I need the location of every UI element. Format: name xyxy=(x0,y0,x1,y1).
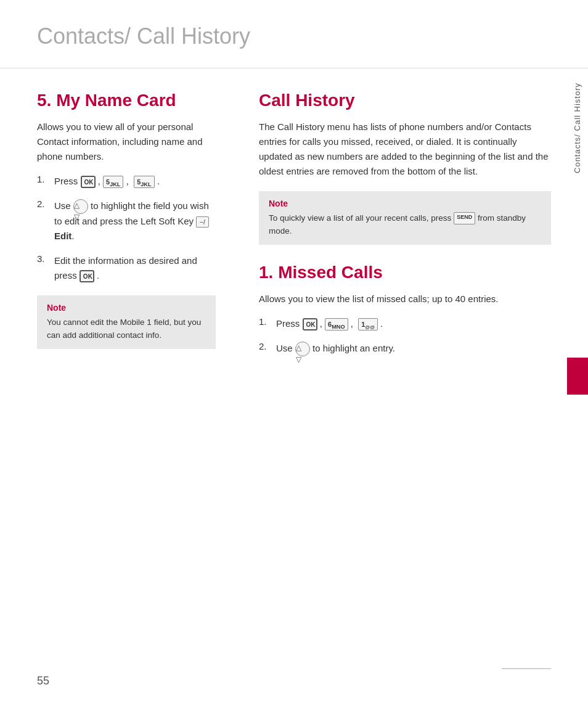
step-3-num: 3. xyxy=(37,253,51,264)
send-key: SEND xyxy=(454,212,475,224)
left-column: 5. My Name Card Allows you to view all o… xyxy=(0,68,240,388)
right-column: Call History The Call History menu has l… xyxy=(240,68,588,388)
step-2: 2. Use △▽ to highlight the field you wis… xyxy=(37,199,216,244)
missed-step-2: 2. Use △▽ to highlight an entry. xyxy=(259,341,551,356)
right-note-text: To quickly view a list of all your recen… xyxy=(269,212,541,238)
left-note-box: Note You cannot edit the Mobile 1 field,… xyxy=(37,295,216,350)
step-3: 3. Edit the information as desired and p… xyxy=(37,253,216,283)
missed-calls-heading: 1. Missed Calls xyxy=(259,262,551,283)
step-1: 1. Press OK , 5JKL , 5JKL . xyxy=(37,174,216,189)
missed-step-1-text: Press OK , 6MNO , 1@@ . xyxy=(276,316,383,331)
key-6mno: 6MNO xyxy=(325,318,348,330)
left-note-label: Note xyxy=(47,303,206,313)
bottom-rule xyxy=(502,668,551,669)
page: Contacts/ Call History 5. My Name Card A… xyxy=(0,0,588,706)
page-title: Contacts/ Call History xyxy=(0,0,588,68)
nav-key-2: △▽ xyxy=(295,342,310,356)
step-2-num: 2. xyxy=(37,199,51,209)
ok-key-2: OK xyxy=(80,270,94,282)
missed-step-1: 1. Press OK , 6MNO , 1@@ . xyxy=(259,316,551,331)
step-3-text: Edit the information as desired and pres… xyxy=(54,253,216,283)
missed-calls-description: Allows you to view the list of missed ca… xyxy=(259,292,551,306)
left-note-text: You cannot edit the Mobile 1 field, but … xyxy=(47,316,206,342)
side-tab-text: Contacts/ Call History xyxy=(573,74,583,182)
my-name-card-heading: 5. My Name Card xyxy=(37,90,216,111)
missed-step-2-num: 2. xyxy=(259,341,272,351)
side-tab-bar xyxy=(567,358,588,395)
soft-key-edit: −/ xyxy=(196,216,209,228)
call-history-heading: Call History xyxy=(259,90,551,111)
step-1-text: Press OK , 5JKL , 5JKL . xyxy=(54,174,160,189)
ok-key-1: OK xyxy=(81,176,96,188)
right-note-box: Note To quickly view a list of all your … xyxy=(259,191,551,245)
missed-step-2-text: Use △▽ to highlight an entry. xyxy=(276,341,395,356)
call-history-description: The Call History menu has lists of phone… xyxy=(259,120,551,179)
page-number: 55 xyxy=(37,675,49,688)
key-5jkl-2: 5JKL xyxy=(134,176,154,188)
my-name-card-description: Allows you to view all of your personal … xyxy=(37,120,216,164)
nav-key-1: △▽ xyxy=(73,199,88,214)
side-tab-container: Contacts/ Call History xyxy=(567,74,588,358)
right-note-label: Note xyxy=(269,199,541,208)
ok-key-3: OK xyxy=(303,318,317,330)
missed-step-1-num: 1. xyxy=(259,316,272,327)
key-1: 1@@ xyxy=(358,318,378,330)
content-area: 5. My Name Card Allows you to view all o… xyxy=(0,68,588,388)
step-2-text: Use △▽ to highlight the field you wish t… xyxy=(54,199,216,244)
step-1-num: 1. xyxy=(37,174,51,184)
key-5jkl-1: 5JKL xyxy=(103,176,123,188)
